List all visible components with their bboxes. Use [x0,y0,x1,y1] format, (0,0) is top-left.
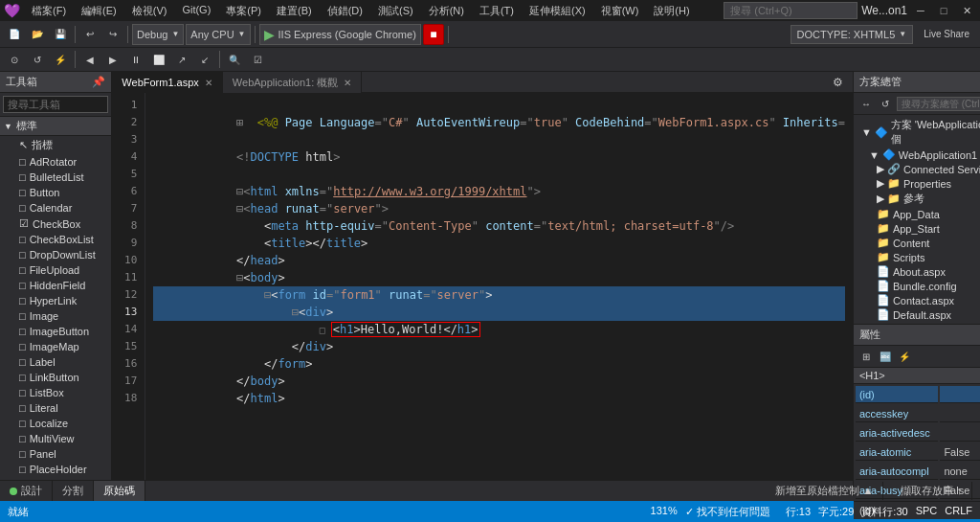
open-file-button[interactable]: 📂 [27,24,48,45]
doctype-dropdown[interactable]: DOCTYPE: XHTML5 ▼ [791,25,914,44]
tb2-btn-10[interactable]: 🔍 [224,49,245,70]
toolbox-item-hyperlink[interactable]: □ HyperLink [0,293,111,308]
toolbox-pin-icon[interactable]: 📌 [92,76,105,88]
toolbox-item-listbox[interactable]: □ ListBox [0,385,111,400]
tab-source[interactable]: 原始碼 [94,481,145,501]
tb2-btn-7[interactable]: ⬜ [148,49,169,70]
toolbox-item-literal[interactable]: □ Literal [0,400,111,416]
sol-content[interactable]: 📁 Content [854,236,980,250]
props-events-icon[interactable]: ⚡ [896,348,913,365]
menu-window[interactable]: 視窗(W) [593,2,647,20]
toolbox-item-imagebutton[interactable]: □ ImageButton [0,324,111,339]
debug-config-dropdown[interactable]: Debug ▼ [132,24,184,45]
close-button[interactable]: ✕ [957,1,976,20]
tab-close-icon[interactable]: ✕ [205,78,212,88]
props-row-accesskey[interactable]: accesskey [856,405,980,422]
toolbox-item-bulletedlist[interactable]: □ BulletedList [0,170,111,185]
sol-bundle-config[interactable]: 📄 Bundle.config [854,279,980,293]
tb2-btn-2[interactable]: ↺ [27,49,48,70]
toolbox-search-area[interactable] [0,93,111,117]
tab-webform1[interactable]: WebForm1.aspx ✕ [112,72,223,93]
props-row-id[interactable]: (id) [856,386,980,403]
toolbox-item-dropdownlist[interactable]: □ DropDownList [0,247,111,262]
maximize-button[interactable]: □ [934,1,953,20]
sol-app-data[interactable]: 📁 App_Data [854,207,980,221]
new-file-button[interactable]: 📄 [4,24,25,45]
zoom-level[interactable]: 131% [651,505,678,519]
toolbox-search-input[interactable] [3,96,108,113]
toolbox-item-adrotator[interactable]: □ AdRotator [0,154,111,170]
toolbox-item-checkbox[interactable]: ☑ CheckBox [0,216,111,232]
run-button[interactable]: ▶ IIS Express (Google Chrome) [259,24,421,45]
menu-edit[interactable]: 編輯(E) [74,2,124,20]
toolbox-section-standard[interactable]: ▼ 標準 [0,117,111,136]
menu-view[interactable]: 檢視(V) [124,2,175,20]
menu-bar[interactable]: 檔案(F) 編輯(E) 檢視(V) Git(G) 專案(P) 建置(B) 偵錯(… [24,2,698,20]
sol-contact-aspx[interactable]: 📄 Contact.aspx [854,293,980,307]
sol-sync-button[interactable]: ↔ [858,95,875,112]
tab-webappoverview[interactable]: WebApplication1: 概觀 ✕ [223,72,362,93]
toolbox-item-checkboxlist[interactable]: □ CheckBoxList [0,232,111,247]
sol-default-aspx[interactable]: 📄 Default.aspx [854,307,980,322]
props-row-aria-atomic[interactable]: aria-atomic False [856,443,980,461]
sol-references[interactable]: ▶ 📁 參考 [854,191,980,207]
sol-about-aspx[interactable]: 📄 About.aspx [854,264,980,279]
minimize-button[interactable]: ─ [911,1,930,20]
tb2-btn-4[interactable]: ◀ [79,49,100,70]
toolbox-item-image[interactable]: □ Image [0,308,111,324]
toolbox-item-panel[interactable]: □ Panel [0,446,111,462]
toolbox-item-calendar[interactable]: □ Calendar [0,200,111,216]
tb2-btn-3[interactable]: ⚡ [50,49,71,70]
toolbox-item-button[interactable]: □ Button [0,185,111,200]
solution-root[interactable]: ▼ 🔷 方案 'WebApplication1' (1 / 1 個 [854,117,980,148]
props-alphabetical-icon[interactable]: 🔤 [877,348,894,365]
menu-help[interactable]: 說明(H) [646,2,697,20]
toolbox-item-imagemap[interactable]: □ ImageMap [0,339,111,354]
sol-refresh-button[interactable]: ↺ [877,95,894,112]
tb2-btn-9[interactable]: ↙ [194,49,215,70]
props-row-aria-activedesc[interactable]: aria-activedesc [856,424,980,442]
toolbox-item-pointer[interactable]: ↖ 指標 [0,136,111,154]
tb2-btn-1[interactable]: ⊙ [4,49,25,70]
tb2-btn-5[interactable]: ▶ [102,49,123,70]
tab-split[interactable]: 分割 [53,481,94,501]
tb2-btn-6[interactable]: ⏸ [125,49,146,70]
toolbox-item-radiobutton[interactable]: □ RadioButton [0,477,111,480]
sol-scripts[interactable]: 📁 Scripts [854,250,980,264]
menu-debug[interactable]: 偵錯(D) [320,2,370,20]
menu-tools[interactable]: 工具(T) [472,2,522,20]
tab-close-icon-2[interactable]: ✕ [344,78,351,88]
sol-properties[interactable]: ▶ 📁 Properties [854,176,980,191]
menu-analyze[interactable]: 分析(N) [421,2,472,20]
toolbox-item-label[interactable]: □ Label [0,354,111,370]
editor-settings-icon[interactable]: ⚙ [828,72,849,93]
solution-search-input[interactable] [897,97,980,111]
fetch-repository-button[interactable]: 擷取存放庫 ↑ [891,482,972,500]
toolbox-item-hiddenfield[interactable]: □ HiddenField [0,278,111,293]
menu-build[interactable]: 建置(B) [269,2,320,20]
props-row-aria-autocompl[interactable]: aria-autocompl none [856,463,980,480]
toolbox-item-multiview[interactable]: □ MultiView [0,431,111,446]
tb2-btn-11[interactable]: ☑ [247,49,268,70]
add-to-source-control-button[interactable]: 新增至原始檔控制 ▲ [766,482,883,500]
menu-project[interactable]: 專案(P) [218,2,269,20]
menu-git[interactable]: Git(G) [174,2,218,20]
sol-app-start[interactable]: 📁 App_Start [854,221,980,236]
redo-button[interactable]: ↪ [102,24,123,45]
stop-button[interactable]: ■ [423,24,444,45]
live-share-button[interactable]: Live Share [917,24,976,45]
props-categorized-icon[interactable]: ⊞ [858,348,875,365]
global-search-input[interactable] [724,2,858,19]
toolbox-item-linkbutton[interactable]: □ LinkButton [0,370,111,385]
save-button[interactable]: 💾 [50,24,71,45]
menu-file[interactable]: 檔案(F) [24,2,74,20]
tb2-btn-8[interactable]: ↗ [171,49,192,70]
project-root[interactable]: ▼ 🔷 WebApplication1 [854,148,980,162]
tab-design[interactable]: 設計 [0,481,53,501]
menu-extensions[interactable]: 延伸模組(X) [522,2,593,20]
toolbox-item-fileupload[interactable]: □ FileUpload [0,262,111,278]
menu-test[interactable]: 測試(S) [370,2,421,20]
editor-content-area[interactable]: 1 2 3 4 5 6 7 8 9 10 11 12 13 14 15 16 1… [112,93,853,480]
toolbox-scroll-area[interactable]: ▼ 標準 ↖ 指標 □ AdRotator □ BulletedList □ B… [0,117,111,480]
undo-button[interactable]: ↩ [79,24,100,45]
